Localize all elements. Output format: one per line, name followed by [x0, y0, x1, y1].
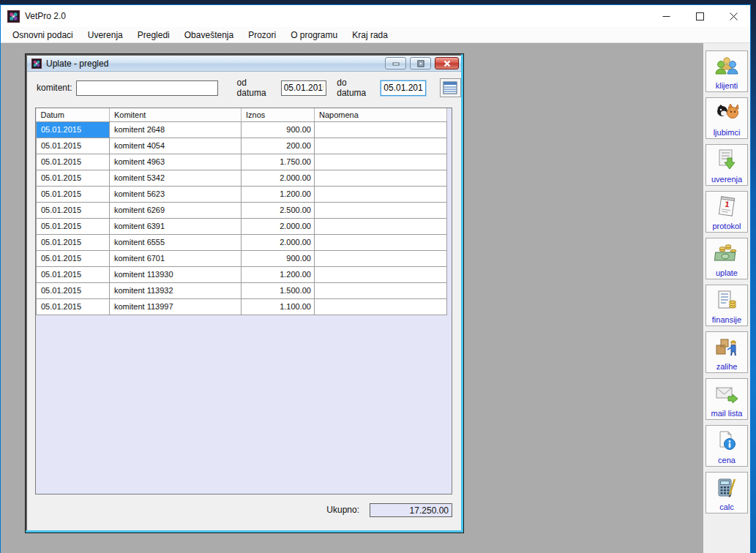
minimize-button[interactable]	[649, 5, 683, 27]
desktop-background: VetPro 2.0	[0, 0, 756, 553]
menu-kraj-rada[interactable]: Kraj rada	[345, 28, 395, 42]
komitent-input[interactable]	[76, 80, 219, 96]
cell-datum[interactable]: 05.01.2015	[37, 186, 110, 202]
cell-napomena[interactable]	[315, 186, 447, 202]
cell-iznos[interactable]: 200.00	[242, 138, 315, 154]
menu-osnovni-podaci[interactable]: Osnovni podaci	[5, 28, 81, 42]
sidebar-label: klijenti	[716, 81, 738, 90]
od-datuma-input[interactable]	[281, 80, 326, 96]
sidebar-button-calc[interactable]: calc	[706, 472, 748, 514]
filter-form: komitent: od datuma do datuma	[37, 79, 461, 97]
sidebar-button-uplate[interactable]: uplate	[706, 238, 748, 279]
child-close-button[interactable]	[435, 57, 459, 69]
sidebar-label: mail lista	[711, 409, 743, 418]
table-row: 05.01.2015komitent 65552.000.00	[37, 234, 447, 250]
uplate-pregled-window: Uplate - pregled	[25, 53, 464, 533]
cell-datum[interactable]: 05.01.2015	[37, 282, 110, 298]
cell-komitent[interactable]: komitent 5342	[110, 170, 242, 186]
column-header-iznos[interactable]: Iznos	[242, 108, 315, 121]
cell-datum[interactable]: 05.01.2015	[37, 250, 110, 266]
sidebar-button-zalihe[interactable]: zalihe	[706, 331, 748, 373]
cell-iznos[interactable]: 2.000.00	[242, 234, 315, 250]
cell-komitent[interactable]: komitent 113932	[110, 282, 242, 298]
payments-grid: Datum Komitent Iznos Napomena 05.01.2015…	[35, 108, 452, 494]
menu-prozori[interactable]: Prozori	[241, 28, 283, 42]
table-row: 05.01.2015komitent 1139971.100.00	[37, 298, 447, 315]
right-toolbar: klijenti	[703, 43, 750, 553]
cell-napomena[interactable]	[315, 121, 447, 138]
cell-napomena[interactable]	[315, 298, 447, 315]
cell-napomena[interactable]	[315, 250, 447, 266]
caption-buttons	[649, 5, 750, 27]
table-row: 05.01.2015komitent 53422.000.00	[37, 170, 447, 186]
cell-datum[interactable]: 05.01.2015	[37, 138, 110, 154]
cell-napomena[interactable]	[315, 154, 447, 170]
cell-datum[interactable]: 05.01.2015	[37, 266, 110, 282]
window-title: VetPro 2.0	[25, 11, 66, 21]
menu-o-programu[interactable]: O programu	[283, 28, 345, 42]
sidebar-label: cena	[718, 456, 736, 464]
close-button[interactable]	[716, 5, 750, 27]
cell-iznos[interactable]: 1.200.00	[242, 186, 315, 202]
cell-napomena[interactable]	[315, 202, 447, 218]
sidebar-label: zalihe	[716, 362, 738, 371]
child-minimize-button[interactable]	[385, 57, 406, 69]
menu-obavestenja[interactable]: Obaveštenja	[177, 28, 241, 42]
cell-iznos[interactable]: 900.00	[242, 250, 315, 266]
sidebar-button-uverenja[interactable]: uverenja	[706, 144, 748, 186]
sidebar-button-protokol[interactable]: 1 protokol	[706, 191, 748, 233]
cell-komitent[interactable]: komitent 6269	[110, 202, 242, 218]
menu-uverenja[interactable]: Uverenja	[81, 28, 130, 42]
cell-komitent[interactable]: komitent 6701	[110, 250, 242, 266]
mdi-workspace: Uplate - pregled	[1, 43, 703, 553]
cell-napomena[interactable]	[315, 266, 447, 282]
cell-komitent[interactable]: komitent 2648	[110, 121, 242, 138]
cell-iznos[interactable]: 900.00	[242, 121, 315, 138]
cell-datum[interactable]: 05.01.2015	[37, 202, 110, 218]
cell-iznos[interactable]: 2.500.00	[242, 202, 315, 218]
cell-napomena[interactable]	[315, 138, 447, 154]
cell-napomena[interactable]	[315, 234, 447, 250]
cell-napomena[interactable]	[315, 218, 447, 234]
cell-datum[interactable]: 05.01.2015	[37, 234, 110, 250]
cell-komitent[interactable]: komitent 6555	[110, 234, 242, 250]
maximize-button[interactable]	[683, 5, 716, 27]
total-row: Ukupno: 17.250.00	[27, 503, 452, 517]
cell-komitent[interactable]: komitent 5623	[110, 186, 242, 202]
sidebar-button-klijenti[interactable]: klijenti	[706, 50, 748, 92]
column-header-komitent[interactable]: Komitent	[110, 108, 242, 121]
cell-iznos[interactable]: 1.100.00	[242, 298, 315, 315]
cell-iznos[interactable]: 1.200.00	[242, 266, 315, 282]
refresh-report-button[interactable]	[440, 78, 461, 97]
cell-datum[interactable]: 05.01.2015	[37, 170, 110, 186]
cell-komitent[interactable]: komitent 6391	[110, 218, 242, 234]
cell-datum[interactable]: 05.01.2015	[37, 298, 110, 315]
cell-komitent[interactable]: komitent 113930	[110, 266, 242, 282]
sidebar-button-finansije[interactable]: finansije	[706, 285, 748, 326]
do-datuma-input[interactable]	[381, 80, 426, 96]
cell-iznos[interactable]: 1.500.00	[242, 282, 315, 298]
protocol-calendar-icon: 1	[706, 192, 747, 222]
child-restore-button[interactable]	[410, 57, 431, 69]
cell-komitent[interactable]: komitent 4054	[110, 138, 242, 154]
table-row: 05.01.2015komitent 4054200.00	[37, 138, 447, 154]
main-titlebar: VetPro 2.0	[1, 5, 750, 27]
sidebar-button-ljubimci[interactable]: ljubimci	[706, 97, 748, 139]
cell-komitent[interactable]: komitent 4963	[110, 154, 242, 170]
sidebar-button-mail-lista[interactable]: mail lista	[706, 378, 748, 420]
cell-napomena[interactable]	[315, 282, 447, 298]
cell-datum[interactable]: 05.01.2015	[37, 218, 110, 234]
menu-pregledi[interactable]: Pregledi	[130, 28, 177, 42]
cell-komitent[interactable]: komitent 113997	[110, 298, 242, 315]
cell-napomena[interactable]	[315, 170, 447, 186]
column-header-datum[interactable]: Datum	[37, 108, 110, 121]
cell-iznos[interactable]: 2.000.00	[242, 218, 315, 234]
cell-iznos[interactable]: 1.750.00	[242, 154, 315, 170]
child-titlebar[interactable]: Uplate - pregled	[27, 56, 461, 72]
cell-iznos[interactable]: 2.000.00	[242, 170, 315, 186]
sidebar-button-cena[interactable]: cena	[706, 425, 748, 467]
cell-datum[interactable]: 05.01.2015	[37, 121, 110, 138]
cell-datum[interactable]: 05.01.2015	[37, 154, 110, 170]
price-info-icon	[706, 426, 747, 456]
column-header-napomena[interactable]: Napomena	[315, 108, 447, 121]
